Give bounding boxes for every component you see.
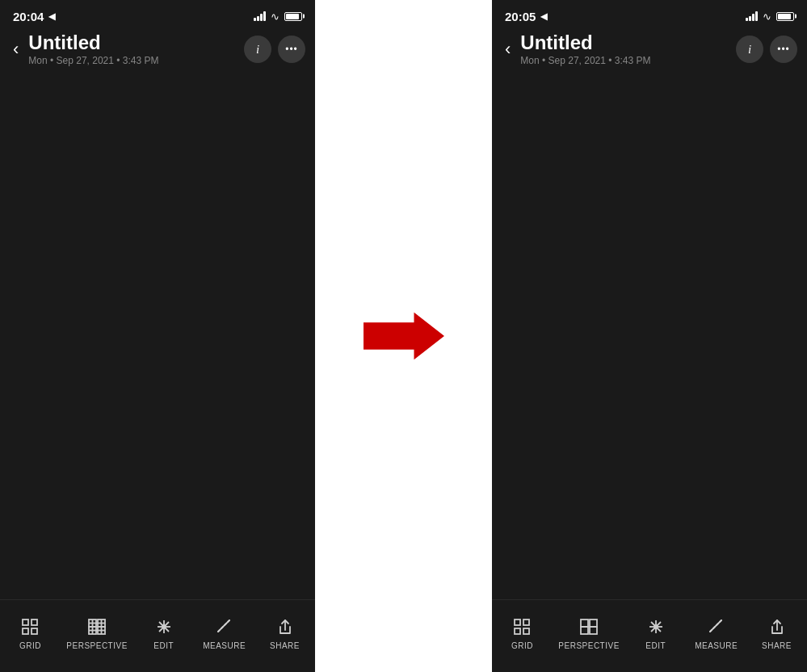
- left-bottom-toolbar: GRID PERSPECTIVE: [0, 599, 315, 672]
- left-status-icons: ∿: [254, 10, 302, 23]
- right-toolbar-edit[interactable]: EDIT: [632, 615, 680, 650]
- svg-rect-72: [523, 628, 529, 634]
- right-toolbar-grid[interactable]: GRID: [498, 615, 546, 650]
- svg-point-39: [162, 625, 166, 628]
- left-nav-title-area: Untitled Mon • Sep 27, 2021 • 3:43 PM: [28, 32, 237, 66]
- left-nav-subtitle: Mon • Sep 27, 2021 • 3:43 PM: [28, 55, 237, 66]
- svg-rect-25: [23, 628, 28, 634]
- left-share-label: SHARE: [270, 641, 300, 650]
- left-status-bar: 20:04 ◀ ∿: [0, 0, 315, 29]
- right-location-icon: ◀: [540, 11, 547, 22]
- right-status-icons: ∿: [746, 10, 794, 23]
- right-toolbar-share[interactable]: SHARE: [753, 615, 801, 650]
- right-battery-icon: [776, 12, 794, 21]
- edit-icon: [154, 615, 174, 638]
- svg-rect-69: [515, 620, 520, 625]
- share-icon: [275, 615, 295, 638]
- svg-rect-24: [32, 620, 37, 625]
- svg-rect-70: [523, 620, 529, 625]
- right-measure-icon: [707, 615, 726, 638]
- right-share-label: SHARE: [762, 641, 792, 650]
- svg-rect-74: [590, 620, 597, 627]
- right-bottom-toolbar: GRID PERSPECTIVE: [492, 599, 807, 672]
- right-back-button[interactable]: ‹: [502, 36, 514, 63]
- right-perspective-label: PERSPECTIVE: [558, 641, 620, 650]
- svg-point-81: [654, 625, 658, 628]
- svg-rect-71: [515, 628, 520, 634]
- right-share-icon: [767, 615, 787, 638]
- right-info-button[interactable]: i: [736, 36, 763, 63]
- signal-icon: [254, 11, 266, 21]
- right-time: 20:05 ◀: [505, 10, 547, 23]
- right-grid-icon: [512, 615, 532, 638]
- left-toolbar-perspective[interactable]: PERSPECTIVE: [66, 615, 128, 650]
- left-nav-actions: i •••: [244, 36, 305, 63]
- transition-arrow-area: [315, 0, 492, 672]
- left-more-button[interactable]: •••: [278, 36, 305, 63]
- right-toolbar-measure[interactable]: MEASURE: [692, 615, 741, 650]
- left-top-nav: ‹ Untitled Mon • Sep 27, 2021 • 3:43 PM …: [0, 29, 315, 73]
- right-arrow-icon: [364, 308, 444, 364]
- right-nav-actions: i •••: [736, 36, 797, 63]
- left-toolbar-grid[interactable]: GRID: [6, 615, 54, 650]
- right-wifi-icon: ∿: [763, 10, 771, 23]
- right-nav-title: Untitled: [520, 32, 729, 53]
- svg-rect-73: [581, 620, 588, 627]
- left-grid-label: GRID: [19, 641, 41, 650]
- left-time: 20:04 ◀: [13, 10, 55, 23]
- perspective-icon: [87, 615, 107, 638]
- right-nav-title-area: Untitled Mon • Sep 27, 2021 • 3:43 PM: [520, 32, 729, 66]
- right-edit-icon: [646, 615, 666, 638]
- right-perspective-icon: [579, 615, 599, 638]
- right-measure-label: MEASURE: [695, 641, 738, 650]
- svg-rect-76: [590, 627, 597, 634]
- right-grid-label: GRID: [511, 641, 533, 650]
- left-phone-screen: 20:04 ◀ ∿ ‹ Untitled Mon • Sep 27, 2021 …: [0, 0, 315, 672]
- right-status-bar: 20:05 ◀ ∿: [492, 0, 807, 29]
- right-edit-label: EDIT: [645, 641, 666, 650]
- svg-rect-26: [32, 628, 37, 634]
- battery-icon: [284, 12, 302, 21]
- right-top-nav: ‹ Untitled Mon • Sep 27, 2021 • 3:43 PM …: [492, 29, 807, 73]
- right-nav-subtitle: Mon • Sep 27, 2021 • 3:43 PM: [520, 55, 729, 66]
- svg-marker-40: [364, 313, 444, 359]
- right-phone-screen: 20:05 ◀ ∿ ‹ Untitled Mon • Sep 27, 2021 …: [492, 0, 807, 672]
- left-edit-label: EDIT: [153, 641, 174, 650]
- right-toolbar-perspective[interactable]: PERSPECTIVE: [558, 615, 620, 650]
- right-signal-icon: [746, 11, 758, 21]
- left-nav-title: Untitled: [28, 32, 237, 53]
- left-toolbar-edit[interactable]: EDIT: [140, 615, 188, 650]
- left-toolbar-share[interactable]: SHARE: [261, 615, 309, 650]
- left-info-button[interactable]: i: [244, 36, 271, 63]
- left-measure-label: MEASURE: [203, 641, 246, 650]
- svg-rect-23: [23, 620, 28, 625]
- left-back-button[interactable]: ‹: [10, 36, 22, 63]
- svg-rect-75: [581, 627, 588, 634]
- right-more-button[interactable]: •••: [770, 36, 797, 63]
- grid-icon: [20, 615, 40, 638]
- location-icon: ◀: [48, 11, 55, 22]
- left-perspective-label: PERSPECTIVE: [66, 641, 128, 650]
- wifi-icon: ∿: [271, 10, 280, 23]
- left-toolbar-measure[interactable]: MEASURE: [200, 615, 249, 650]
- measure-icon: [215, 615, 234, 638]
